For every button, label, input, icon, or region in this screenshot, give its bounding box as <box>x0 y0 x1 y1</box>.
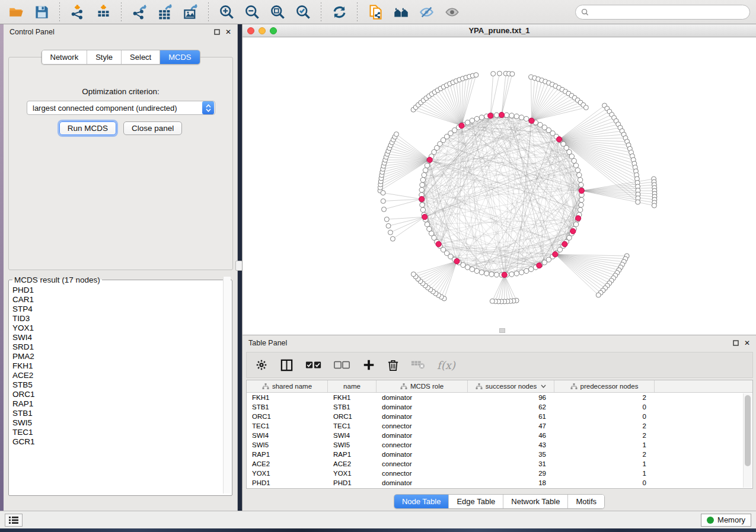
table-panel: Table Panel ✕ f(x) shared name name <box>242 335 756 511</box>
open-folder-icon <box>8 4 24 20</box>
table-row[interactable]: PHD1PHD1dominator180 <box>247 478 752 488</box>
zoom-in-button[interactable] <box>216 2 237 21</box>
mcds-result-item[interactable]: STP4 <box>12 305 232 314</box>
mcds-result-item[interactable]: STB5 <box>12 380 232 390</box>
float-panel-icon[interactable] <box>733 340 739 346</box>
table-scrollbar[interactable] <box>743 393 752 488</box>
tab-network[interactable]: Network <box>42 50 87 64</box>
task-history-button[interactable] <box>5 514 23 527</box>
delete-table-button[interactable] <box>411 356 425 374</box>
tab-network-table[interactable]: Network Table <box>503 495 568 508</box>
table-settings-button[interactable] <box>255 356 268 374</box>
zoom-in-icon <box>219 4 235 20</box>
column-header-successor-nodes[interactable]: successor nodes <box>468 380 554 392</box>
shared-column-icon <box>400 383 407 390</box>
export-image-button[interactable] <box>180 2 200 21</box>
toolbar-separator <box>357 2 358 21</box>
mcds-result-item[interactable]: PHD1 <box>12 286 232 295</box>
table-row[interactable]: TEC1TEC1connector472 <box>247 421 752 431</box>
mcds-result-item[interactable]: TID3 <box>12 314 232 323</box>
clone-network-button[interactable] <box>365 2 385 21</box>
zoom-fit-button[interactable] <box>267 2 288 21</box>
close-panel-icon[interactable]: ✕ <box>744 339 750 347</box>
import-table-button[interactable] <box>93 2 113 21</box>
table-row[interactable]: ORC1ORC1dominator610 <box>247 412 752 421</box>
network-graph[interactable] <box>243 37 755 334</box>
criterion-dropdown[interactable]: largest connected component (undirected) <box>27 101 215 115</box>
clone-network-icon <box>368 4 384 20</box>
first-neighbors-button[interactable] <box>391 2 411 21</box>
refresh-button[interactable] <box>329 2 349 21</box>
close-panel-icon[interactable]: ✕ <box>225 28 231 36</box>
mcds-result-item[interactable]: PMA2 <box>12 352 232 361</box>
tab-select[interactable]: Select <box>122 50 160 64</box>
status-bar: Memory <box>0 511 756 528</box>
deselect-all-button[interactable] <box>334 356 350 374</box>
canvas-scroll-handle[interactable] <box>499 328 505 333</box>
mcds-result-item[interactable]: SRD1 <box>12 342 232 352</box>
network-canvas[interactable] <box>243 37 756 334</box>
delete-column-button[interactable] <box>387 356 399 374</box>
float-panel-icon[interactable] <box>214 29 220 35</box>
table-header-row: shared name name MCDS role successor nod… <box>247 380 752 393</box>
tab-node-table[interactable]: Node Table <box>394 495 449 508</box>
mcds-result-item[interactable]: SWI4 <box>12 333 232 342</box>
toolbar-separator <box>321 2 321 21</box>
table-row[interactable]: SWI5SWI5connector431 <box>247 440 752 450</box>
mcds-result-item[interactable]: SWI5 <box>12 418 232 428</box>
column-header-predecessor-nodes[interactable]: predecessor nodes <box>554 380 655 392</box>
mcds-result-item[interactable]: RAP1 <box>12 399 232 409</box>
toolbar-separator <box>59 2 60 21</box>
tab-style[interactable]: Style <box>87 50 122 64</box>
memory-button[interactable]: Memory <box>701 514 751 527</box>
table-row[interactable]: ACE2ACE2connector311 <box>247 459 752 469</box>
run-mcds-button[interactable]: Run MCDS <box>59 121 116 135</box>
table-row[interactable]: RAP1RAP1dominator352 <box>247 450 752 459</box>
main-toolbar <box>0 0 756 24</box>
close-panel-button[interactable]: Close panel <box>123 121 182 135</box>
control-panel-tabs: Network Style Select MCDS <box>41 50 200 65</box>
function-builder-button[interactable]: f(x) <box>437 356 455 374</box>
save-button[interactable] <box>31 2 52 21</box>
tab-mcds[interactable]: MCDS <box>160 50 199 64</box>
table-toolbar: f(x) <box>246 352 753 378</box>
table-row[interactable]: STB1STB1dominator620 <box>247 402 752 412</box>
mcds-result-item[interactable]: YOX1 <box>12 323 232 333</box>
mcds-result-item[interactable]: TEC1 <box>12 428 232 437</box>
sort-descending-icon <box>541 384 546 388</box>
mcds-result-item[interactable]: GCR1 <box>12 437 232 447</box>
mcds-result-item[interactable]: STB1 <box>12 409 232 418</box>
scrollbar-thumb[interactable] <box>745 395 751 466</box>
search-input[interactable] <box>592 8 740 16</box>
zoom-selected-button[interactable] <box>293 2 313 21</box>
import-network-button[interactable] <box>68 2 88 21</box>
mcds-result-item[interactable]: ACE2 <box>12 371 232 380</box>
show-columns-button[interactable] <box>280 356 294 374</box>
tab-motifs[interactable]: Motifs <box>568 495 604 508</box>
mcds-result-item[interactable]: FKH1 <box>12 361 232 371</box>
export-network-button[interactable] <box>129 2 149 21</box>
column-header-shared-name[interactable]: shared name <box>247 380 328 392</box>
tab-edge-table[interactable]: Edge Table <box>449 495 503 508</box>
toolbar-separator <box>121 2 122 21</box>
network-window-titlebar[interactable]: YPA_prune.txt_1 <box>243 24 756 37</box>
zoom-out-button[interactable] <box>242 2 262 21</box>
hide-selected-button[interactable] <box>416 2 436 21</box>
table-row[interactable]: FKH1FKH1dominator962 <box>247 393 752 402</box>
search-box[interactable] <box>575 5 750 20</box>
table-row[interactable]: SWI4SWI4dominator462 <box>247 431 752 440</box>
mcds-list-scrollbar[interactable] <box>223 277 231 493</box>
column-header-mcds-role[interactable]: MCDS role <box>377 380 468 392</box>
mcds-result-item[interactable]: CAR1 <box>12 295 232 305</box>
open-button[interactable] <box>6 2 26 21</box>
mcds-result-item[interactable]: ORC1 <box>12 390 232 399</box>
add-column-button[interactable] <box>362 356 375 374</box>
column-header-name[interactable]: name <box>328 380 377 392</box>
mcds-result-list[interactable]: PHD1CAR1STP4TID3YOX1SWI4SRD1PMA2FKH1ACE2… <box>9 284 232 489</box>
show-all-button[interactable] <box>442 2 462 21</box>
table-row[interactable]: YOX1YOX1connector291 <box>247 469 752 478</box>
select-all-button[interactable] <box>305 356 322 374</box>
network-window: YPA_prune.txt_1 <box>242 24 756 335</box>
export-table-button[interactable] <box>155 2 175 21</box>
node-table: shared name name MCDS role successor nod… <box>246 380 753 489</box>
